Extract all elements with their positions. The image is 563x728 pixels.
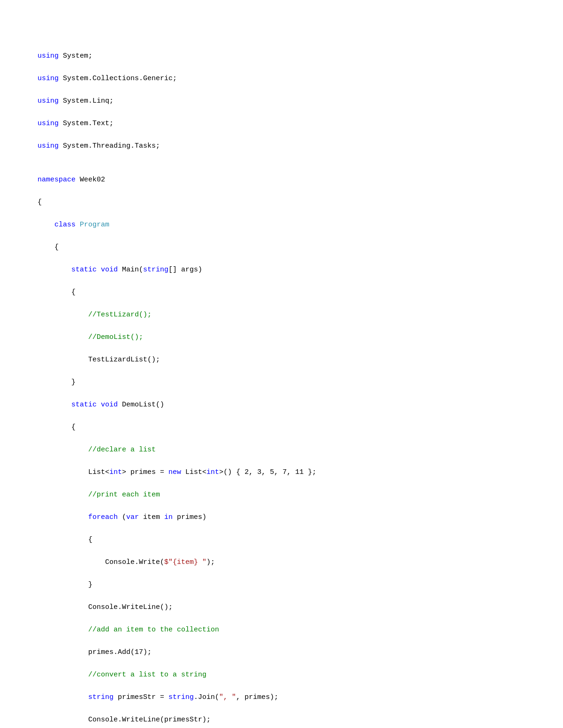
line-18: { [38,422,525,433]
line-16: } [38,377,525,388]
line-26: Console.WriteLine(); [38,602,525,613]
line-10: { [38,242,525,253]
line-30: string primesStr = string.Join(", ", pri… [38,692,525,703]
line-3: using System.Linq; [38,96,525,107]
code-container: using System; using System.Collections.G… [38,28,525,728]
line-24: Console.Write($"{item} "); [38,557,525,568]
line-8: { [38,197,525,208]
line-2: using System.Collections.Generic; [38,73,525,84]
line-23: { [38,534,525,546]
line-14: //DemoList(); [38,332,525,343]
line-15: TestLizardList(); [38,354,525,366]
line-5: using System.Threading.Tasks; [38,141,525,152]
line-20: List<int> primes = new List<int>() { 2, … [38,467,525,478]
line-22: foreach (var item in primes) [38,512,525,523]
line-4: using System.Text; [38,118,525,129]
line-9: class Program [38,219,525,231]
line-21: //print each item [38,489,525,501]
line-17: static void DemoList() [38,399,525,411]
line-27: //add an item to the collection [38,624,525,636]
line-29: //convert a list to a string [38,669,525,681]
line-31: Console.WriteLine(primesStr); [38,714,525,726]
line-19: //declare a list [38,444,525,456]
line-11: static void Main(string[] args) [38,264,525,276]
line-12: { [38,287,525,298]
line-7: namespace Week02 [38,174,525,186]
line-25: } [38,579,525,591]
line-13: //TestLizard(); [38,309,525,321]
line-28: primes.Add(17); [38,647,525,658]
line-1: using System; [38,51,525,62]
